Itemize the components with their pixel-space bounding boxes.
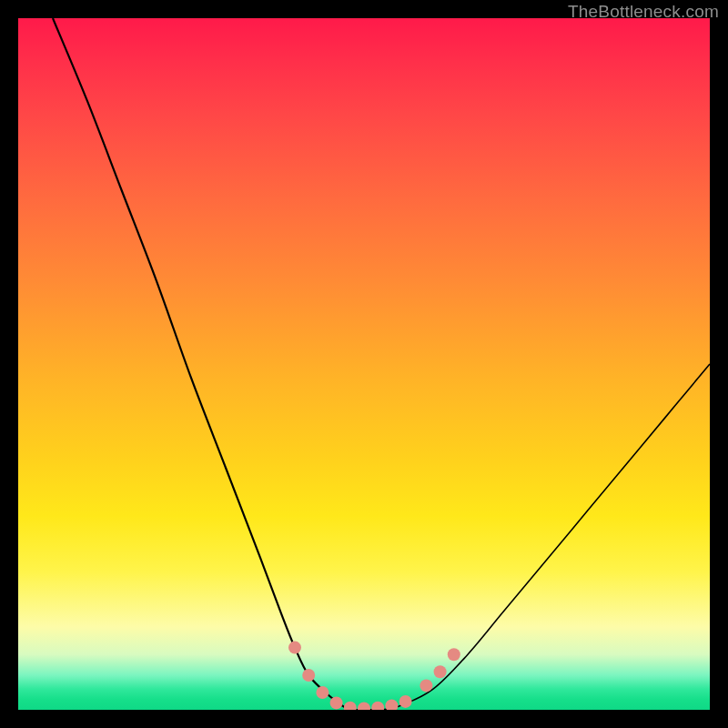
optimal-marker [302, 669, 315, 682]
bottleneck-chart [18, 18, 710, 710]
optimal-marker [399, 695, 412, 708]
chart-frame: TheBottleneck.com [0, 0, 728, 728]
optimal-marker [316, 686, 329, 699]
plot-area [18, 18, 710, 710]
optimal-marker [330, 696, 343, 709]
optimal-marker [385, 699, 398, 710]
optimal-marker [344, 702, 357, 710]
optimal-marker [371, 702, 384, 710]
optimal-marker [358, 702, 370, 710]
optimal-marker [434, 665, 447, 678]
optimal-range-markers [288, 642, 460, 710]
optimal-marker [448, 648, 460, 661]
curve-right-branch [350, 364, 710, 710]
optimal-marker [420, 679, 432, 692]
curve-left-branch [53, 18, 378, 710]
optimal-marker [288, 642, 301, 654]
